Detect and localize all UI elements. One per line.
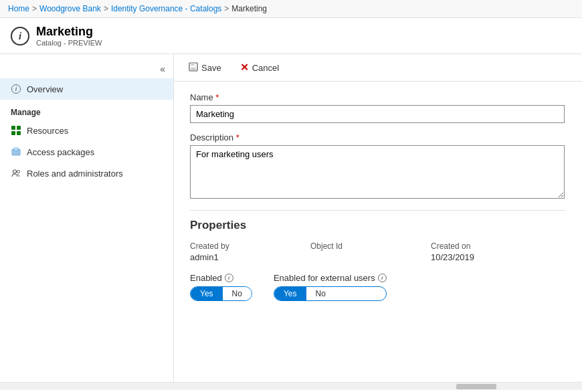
properties-title: Properties	[190, 219, 566, 232]
toggles-row: Enabled i Yes No Enabled for extern	[190, 273, 566, 301]
sidebar-item-resources-label: Resources	[27, 126, 68, 136]
enabled-external-toggle[interactable]: Yes No	[274, 286, 387, 301]
sidebar-collapse-button[interactable]: «	[157, 62, 168, 76]
sidebar-item-roles-administrators[interactable]: Roles and administrators	[0, 163, 173, 184]
prop-created-by: Created by admin1	[190, 241, 310, 262]
sidebar-collapse-area: «	[0, 60, 173, 78]
page-header: i Marketing Catalog - PREVIEW	[0, 18, 582, 54]
prop-created-by-value: admin1	[190, 252, 310, 262]
sidebar-item-overview-label: Overview	[27, 84, 63, 94]
section-divider	[190, 210, 566, 211]
breadcrumb: Home > Woodgrove Bank > Identity Governa…	[0, 0, 582, 18]
enabled-label: Enabled i	[190, 273, 252, 283]
enabled-no-option[interactable]: No	[223, 287, 252, 300]
enabled-info-icon[interactable]: i	[225, 274, 233, 282]
description-label: Description *	[190, 132, 566, 142]
enabled-external-toggle-group: Enabled for external users i Yes No	[274, 273, 387, 301]
sidebar-item-roles-label: Roles and administrators	[27, 169, 123, 179]
prop-created-by-label: Created by	[190, 241, 310, 251]
save-label: Save	[201, 63, 221, 73]
sidebar-section-manage: Manage	[0, 100, 173, 120]
cancel-button[interactable]: ✕ Cancel	[236, 60, 283, 76]
page-title: Marketing	[36, 25, 102, 39]
sidebar-item-overview[interactable]: i Overview	[0, 78, 173, 100]
enabled-toggle-group: Enabled i Yes No	[190, 273, 252, 301]
svg-rect-1	[14, 148, 18, 151]
prop-object-id-label: Object Id	[310, 241, 431, 251]
properties-section: Properties Created by admin1 Object Id C…	[190, 219, 566, 301]
svg-point-2	[13, 170, 17, 173]
name-input[interactable]	[190, 105, 565, 123]
svg-rect-6	[191, 68, 196, 70]
enabled-ext-no-option[interactable]: No	[306, 287, 335, 300]
enabled-yes-option[interactable]: Yes	[191, 287, 223, 300]
save-icon	[189, 62, 198, 74]
scroll-thumb[interactable]	[456, 384, 496, 389]
enabled-external-info-icon[interactable]: i	[378, 274, 387, 282]
breadcrumb-current: Marketing	[231, 4, 267, 13]
enabled-toggle[interactable]: Yes No	[190, 286, 252, 301]
main-layout: « i Overview Manage Resources	[0, 54, 582, 382]
sidebar-item-resources[interactable]: Resources	[0, 120, 173, 141]
header-info-icon: i	[11, 27, 29, 45]
cancel-icon: ✕	[240, 62, 249, 74]
enabled-ext-yes-option[interactable]: Yes	[274, 287, 306, 300]
name-required-indicator: *	[215, 92, 219, 102]
save-button[interactable]: Save	[185, 60, 225, 76]
breadcrumb-sep-3: >	[224, 4, 229, 13]
name-field-group: Name *	[190, 92, 566, 123]
prop-created-on-label: Created on	[431, 241, 551, 251]
access-packages-icon	[11, 146, 21, 157]
properties-grid: Created by admin1 Object Id Created on 1…	[190, 241, 566, 262]
sidebar-item-access-packages[interactable]: Access packages	[0, 141, 173, 163]
bottom-scrollbar[interactable]	[0, 382, 582, 390]
toolbar: Save ✕ Cancel	[174, 54, 582, 82]
sidebar: « i Overview Manage Resources	[0, 54, 174, 382]
form-section: Name * Description * Properties Created …	[174, 82, 582, 312]
breadcrumb-ig-catalogs[interactable]: Identity Governance - Catalogs	[111, 4, 221, 13]
content-panel: Save ✕ Cancel Name * Description *	[174, 54, 582, 382]
prop-created-on: Created on 10/23/2019	[431, 241, 551, 262]
description-required-indicator: *	[236, 132, 239, 142]
overview-icon: i	[11, 84, 21, 94]
svg-rect-5	[191, 63, 195, 66]
breadcrumb-woodgrove[interactable]: Woodgrove Bank	[39, 4, 101, 13]
prop-created-on-value: 10/23/2019	[431, 252, 551, 262]
resources-icon	[11, 125, 21, 136]
breadcrumb-home[interactable]: Home	[8, 4, 29, 13]
svg-point-3	[17, 171, 20, 173]
breadcrumb-sep-1: >	[32, 4, 37, 13]
roles-icon	[11, 168, 21, 179]
cancel-label: Cancel	[252, 63, 279, 73]
description-textarea[interactable]	[190, 145, 565, 199]
name-label: Name *	[190, 92, 566, 102]
prop-object-id: Object Id	[310, 241, 431, 262]
description-field-group: Description *	[190, 132, 566, 201]
breadcrumb-sep-2: >	[104, 4, 108, 13]
sidebar-item-access-packages-label: Access packages	[27, 147, 94, 157]
enabled-external-label: Enabled for external users i	[274, 273, 387, 283]
page-subtitle: Catalog - PREVIEW	[36, 39, 102, 47]
